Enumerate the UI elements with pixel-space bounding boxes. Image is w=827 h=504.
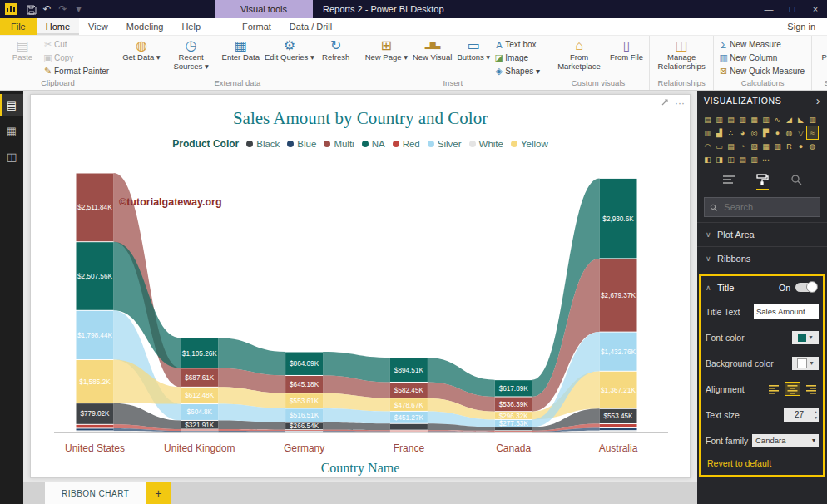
- menu-tab-help[interactable]: Help: [172, 18, 210, 35]
- publish-button[interactable]: ↥Publish: [815, 36, 827, 64]
- close-button[interactable]: ×: [804, 0, 827, 18]
- legend-item-na[interactable]: NA: [362, 139, 385, 149]
- undo-icon[interactable]: ↶: [39, 3, 55, 15]
- recent-sources-button[interactable]: ◷Recent Sources ▾: [163, 36, 220, 72]
- multi-row-card-icon[interactable]: ▤: [725, 140, 736, 152]
- segment-red[interactable]: [77, 425, 114, 428]
- minimize-button[interactable]: —: [757, 0, 780, 18]
- custom-visual-1-icon[interactable]: ◧: [702, 153, 713, 166]
- image-button[interactable]: ◪Image: [493, 52, 543, 64]
- segment-blue[interactable]: [390, 432, 428, 432]
- menu-tab-modeling[interactable]: Modeling: [117, 18, 173, 35]
- title-toggle[interactable]: [795, 283, 817, 292]
- buttons-button[interactable]: ▭Buttons ▾: [454, 36, 493, 64]
- segment-blue[interactable]: [77, 428, 114, 430]
- custom-visual-3-icon[interactable]: ◫: [725, 153, 736, 166]
- segment-black[interactable]: [495, 427, 532, 430]
- more-options-icon[interactable]: ⋯: [760, 153, 771, 166]
- manage-relationships-button[interactable]: ◫Manage Relationships: [653, 36, 710, 72]
- align-left-button[interactable]: [766, 382, 782, 396]
- get-data-button[interactable]: ◍Get Data ▾: [120, 36, 162, 64]
- sidebar-data-view-button[interactable]: ▦: [0, 120, 23, 141]
- stacked-bar-chart-icon[interactable]: ▤: [702, 113, 713, 126]
- legend-item-red[interactable]: Red: [393, 139, 420, 149]
- segment-black[interactable]: [390, 424, 428, 430]
- new-measure-button[interactable]: ΣNew Measure: [717, 38, 808, 51]
- segment-red[interactable]: [495, 431, 532, 432]
- segment-white[interactable]: [181, 432, 218, 433]
- segment-white[interactable]: [390, 432, 428, 433]
- maximize-button[interactable]: □: [780, 0, 804, 18]
- sign-in-button[interactable]: Sign in: [775, 18, 827, 35]
- tab-fields[interactable]: [723, 175, 735, 190]
- shape-map-icon[interactable]: ◍: [807, 140, 818, 152]
- text-size-stepper[interactable]: 27▴▾: [784, 408, 819, 422]
- section-plot-area[interactable]: ∨Plot Area: [697, 222, 827, 246]
- toolbar-caret-icon[interactable]: ▾: [71, 3, 87, 15]
- segment-red[interactable]: [181, 430, 218, 431]
- redo-icon[interactable]: ↷: [55, 3, 71, 15]
- more-options-icon[interactable]: ···: [675, 97, 685, 109]
- legend-item-yellow[interactable]: Yellow: [511, 139, 548, 149]
- 100-stacked-bar-chart-icon[interactable]: ▦: [749, 113, 760, 126]
- clustered-column-chart-icon[interactable]: ▥: [737, 113, 748, 126]
- from-marketplace-button[interactable]: ⌂From Marketplace: [551, 36, 607, 72]
- custom-visual-4-icon[interactable]: ▤: [737, 153, 748, 166]
- align-center-button[interactable]: [785, 382, 800, 396]
- new-page-button[interactable]: +: [146, 482, 171, 504]
- paste-button[interactable]: ▤Paste: [3, 36, 42, 64]
- segment-red[interactable]: [285, 430, 323, 431]
- focus-mode-icon[interactable]: [661, 97, 669, 109]
- segment-blue[interactable]: [285, 432, 323, 432]
- area-chart-icon[interactable]: ◢: [784, 113, 795, 126]
- menu-tab-file[interactable]: File: [0, 18, 37, 35]
- new-quick-measure-button[interactable]: ⊠New Quick Measure: [717, 65, 808, 77]
- font-family-select[interactable]: Candara▾: [752, 434, 819, 447]
- new-column-button[interactable]: ▥New Column: [717, 52, 808, 64]
- card-icon[interactable]: ▭: [714, 140, 725, 152]
- table-icon[interactable]: ▦: [760, 140, 771, 152]
- filled-map-icon[interactable]: ◍: [784, 126, 795, 139]
- text-box-button[interactable]: AText box: [493, 38, 543, 51]
- menu-tab-view[interactable]: View: [79, 18, 117, 35]
- legend-item-blue[interactable]: Blue: [287, 139, 316, 149]
- legend-item-silver[interactable]: Silver: [428, 139, 462, 149]
- stacked-column-chart-icon[interactable]: ▥: [714, 113, 725, 126]
- custom-visual-5-icon[interactable]: ▥: [749, 153, 760, 166]
- 100-stacked-column-chart-icon[interactable]: ▥: [760, 113, 771, 126]
- line-and-stacked-column-chart-icon[interactable]: ▥: [807, 113, 818, 126]
- waterfall-chart-icon[interactable]: ▟: [714, 126, 725, 139]
- search-input[interactable]: [722, 201, 815, 213]
- segment-white[interactable]: [600, 431, 637, 432]
- cut-button[interactable]: ✂Cut: [42, 38, 112, 51]
- enter-data-button[interactable]: ▦Enter Data: [220, 36, 262, 64]
- line-chart-icon[interactable]: ∿: [772, 113, 783, 126]
- scatter-chart-icon[interactable]: ∴: [725, 126, 736, 139]
- collapse-pane-icon[interactable]: ›: [816, 94, 820, 107]
- segment-blue[interactable]: [181, 431, 218, 432]
- save-icon[interactable]: [23, 3, 39, 15]
- donut-chart-icon[interactable]: ◎: [749, 126, 760, 139]
- section-title[interactable]: ∧ Title On: [706, 276, 819, 299]
- page-tab-ribbon-chart[interactable]: RIBBON CHART: [45, 482, 146, 504]
- treemap-icon[interactable]: ▛: [760, 126, 771, 139]
- stacked-area-chart-icon[interactable]: ◣: [795, 113, 806, 126]
- section-ribbons[interactable]: ∨Ribbons: [697, 246, 827, 270]
- refresh-button[interactable]: ↻Refresh: [317, 36, 355, 64]
- sidebar-model-view-button[interactable]: ◫: [0, 146, 23, 167]
- format-painter-button[interactable]: ✎Format Painter: [42, 65, 112, 77]
- font-color-dropdown[interactable]: ▾: [792, 331, 819, 344]
- kpi-icon[interactable]: ◔: [737, 140, 748, 152]
- legend-item-white[interactable]: White: [469, 139, 503, 149]
- sidebar-report-view-button[interactable]: ▤: [0, 94, 23, 116]
- align-right-button[interactable]: [803, 382, 819, 396]
- funnel-icon[interactable]: ▽: [795, 126, 806, 139]
- background-color-dropdown[interactable]: ▾: [792, 357, 819, 370]
- r-script-visual-icon[interactable]: R: [784, 140, 795, 152]
- menu-tab-format[interactable]: Format: [233, 18, 280, 35]
- from-file-button[interactable]: ▯From File: [607, 36, 646, 64]
- menu-tab-data-drill[interactable]: Data / Drill: [280, 18, 341, 35]
- copy-button[interactable]: ▣Copy: [42, 52, 112, 64]
- segment-white[interactable]: [77, 431, 114, 432]
- slicer-icon[interactable]: ▧: [749, 140, 760, 152]
